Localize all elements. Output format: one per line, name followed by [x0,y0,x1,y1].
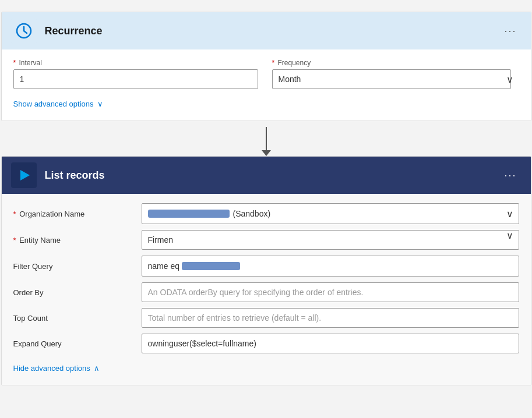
recurrence-body: * Interval * Frequency Month Day Wee [2,49,531,121]
page-container: Recurrence ··· * Interval * Frequency [1,12,531,406]
expand-query-input-container [142,334,519,353]
top-count-input-container [142,308,519,328]
recurrence-title: Recurrence [45,25,492,37]
entity-name-select[interactable]: Firmen [142,230,519,250]
recurrence-more-button[interactable]: ··· [499,23,521,40]
order-by-input-container [142,282,519,302]
expand-query-row: Expand Query [13,334,519,353]
recurrence-header: Recurrence ··· [2,12,531,49]
expand-query-input[interactable] [142,334,519,353]
expand-query-label: Expand Query [13,339,142,348]
filter-query-label: Filter Query [13,262,142,271]
svg-marker-3 [20,170,30,180]
org-name-input-container: (Sandbox) ∨ [142,203,519,224]
filter-query-prefix: name eq [148,261,179,271]
entity-name-input-container: Firmen ∨ [142,230,519,250]
list-records-card: List records ··· * Organization Name (Sa… [1,156,531,385]
interval-input[interactable] [13,69,258,89]
list-records-header: List records ··· [2,157,531,194]
entity-required: * [13,236,16,245]
svg-line-2 [24,31,27,33]
order-by-input[interactable] [142,282,519,302]
interval-label: * Interval [13,59,260,67]
list-records-title: List records [45,169,492,182]
frequency-label: * Frequency [272,59,519,67]
hide-advanced-chevron-icon: ∧ [94,364,100,373]
frequency-required: * [272,59,275,67]
entity-name-label: * Entity Name [13,236,142,245]
clock-icon [16,23,32,39]
order-by-label: Order By [13,288,142,297]
recurrence-icon [11,18,37,44]
list-records-body: * Organization Name (Sandbox) ∨ * [2,194,531,385]
frequency-select[interactable]: Month Day Week Hour Minute Second [272,69,511,89]
filter-query-redacted [182,262,240,270]
filter-query-input[interactable]: name eq [142,256,519,277]
org-name-label: * Organization Name [13,210,142,218]
arrow-connector [1,121,531,156]
interval-row: * Interval * Frequency Month Day Wee [13,59,519,89]
interval-required: * [13,59,16,67]
order-by-row: Order By [13,282,519,302]
org-required: * [13,210,16,218]
entity-name-select-container: Firmen ∨ [142,230,519,250]
hide-advanced-button[interactable]: Hide advanced options ∧ [13,364,100,373]
hide-advanced-label: Hide advanced options [13,364,90,373]
top-count-input[interactable] [142,308,519,328]
top-count-row: Top Count [13,308,519,328]
list-records-icon-container [11,162,37,188]
org-name-row: * Organization Name (Sandbox) ∨ [13,203,519,224]
org-name-select[interactable]: (Sandbox) [142,203,519,224]
recurrence-card: Recurrence ··· * Interval * Frequency [1,12,531,121]
play-icon [16,167,32,183]
arrow-head-icon [262,150,271,156]
list-records-more-button[interactable]: ··· [499,167,521,184]
top-count-label: Top Count [13,314,142,323]
show-advanced-chevron-icon: ∨ [97,100,103,108]
arrow-line [266,127,267,150]
frequency-select-container: Month Day Week Hour Minute Second ∨ [272,69,519,89]
filter-query-row: Filter Query name eq [13,256,519,277]
show-advanced-button[interactable]: Show advanced options ∨ [13,100,103,108]
org-name-suffix: (Sandbox) [233,209,271,218]
interval-group: * Interval [13,59,260,89]
entity-name-row: * Entity Name Firmen ∨ [13,230,519,250]
filter-query-input-container: name eq [142,256,519,277]
org-name-select-wrapper[interactable]: (Sandbox) ∨ [142,203,519,224]
show-advanced-label: Show advanced options [13,100,94,108]
org-name-redacted [148,210,230,218]
frequency-group: * Frequency Month Day Week Hour Minute S… [272,59,519,89]
